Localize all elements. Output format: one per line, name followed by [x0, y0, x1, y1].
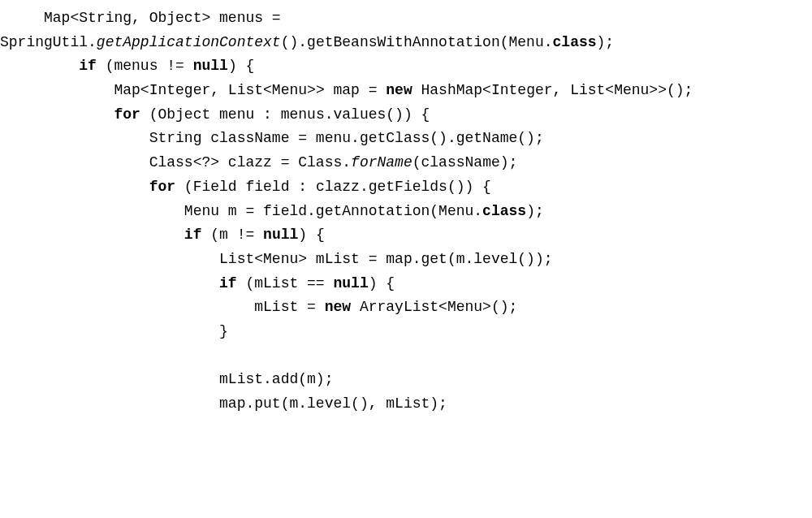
indent: [0, 299, 254, 315]
code-token: Map<String, Object> menus =: [44, 10, 281, 26]
code-line: Menu m = field.getAnnotation(Menu.class)…: [0, 200, 812, 224]
keyword-token: for: [114, 106, 140, 123]
code-token: (m !=: [201, 227, 263, 243]
code-token: List<Menu> mList = map.get(m.level());: [219, 251, 552, 267]
indent: [0, 275, 219, 291]
code-line: Class<?> clazz = Class.forName(className…: [0, 151, 812, 175]
code-token: [0, 347, 9, 364]
code-token: (Field field : clazz.getFields()) {: [175, 179, 491, 195]
indent: [0, 10, 44, 26]
indent: [0, 251, 219, 267]
indent: [0, 130, 149, 146]
code-token: String className = menu.getClass().getNa…: [149, 130, 544, 146]
keyword-token: class: [553, 34, 597, 50]
code-line: Map<Integer, List<Menu>> map = new HashM…: [0, 79, 812, 103]
code-token: Class<?> clazz = Class.: [149, 154, 351, 171]
indent: [0, 179, 149, 195]
indent: [0, 82, 114, 98]
indent: [0, 395, 219, 412]
keyword-token: new: [386, 82, 412, 98]
keyword-token: for: [149, 179, 175, 195]
code-token: (className);: [412, 154, 518, 171]
keyword-token: null: [333, 275, 368, 291]
code-token: mList =: [254, 299, 324, 315]
keyword-token: class: [482, 203, 526, 219]
code-token: );: [526, 203, 544, 219]
code-token: ) {: [369, 275, 395, 291]
keyword-token: null: [263, 227, 298, 243]
indent: [0, 154, 149, 171]
indent: [0, 203, 184, 219]
code-token: }: [219, 323, 228, 339]
code-token: mList.add(m);: [219, 371, 333, 387]
keyword-token: if: [184, 227, 202, 243]
indent: [0, 371, 219, 387]
code-token: ) {: [228, 58, 254, 74]
code-token: Map<Integer, List<Menu>> map =: [114, 82, 386, 98]
code-line: Map<String, Object> menus =: [0, 6, 812, 31]
indent: [0, 227, 184, 243]
code-token: map.put(m.level(), mList);: [219, 395, 447, 412]
code-line: map.put(m.level(), mList);: [0, 392, 812, 417]
code-block: Map<String, Object> menus =SpringUtil.ge…: [0, 6, 812, 417]
code-line: for (Field field : clazz.getFields()) {: [0, 175, 812, 200]
code-line: if (mList == null) {: [0, 272, 812, 296]
code-line: }: [0, 320, 812, 344]
code-line: if (menus != null) {: [0, 54, 812, 79]
keyword-token: if: [219, 275, 237, 291]
code-line: String className = menu.getClass().getNa…: [0, 127, 812, 151]
keyword-token: null: [193, 58, 228, 74]
indent: [0, 58, 79, 74]
code-token: SpringUtil.: [0, 34, 97, 50]
code-line: [0, 344, 812, 369]
code-token: HashMap<Integer, List<Menu>>();: [412, 82, 693, 98]
code-line: if (m != null) {: [0, 223, 812, 248]
code-token: ().getBeansWithAnnotation(Menu.: [281, 34, 553, 50]
code-line: for (Object menu : menus.values()) {: [0, 103, 812, 127]
indent: [0, 323, 219, 339]
code-line: mList = new ArrayList<Menu>();: [0, 296, 812, 320]
code-token: (menus !=: [97, 58, 193, 74]
code-line: mList.add(m);: [0, 368, 812, 392]
code-token: ) {: [298, 227, 324, 243]
code-line: List<Menu> mList = map.get(m.level());: [0, 248, 812, 272]
code-token: Menu m = field.getAnnotation(Menu.: [184, 203, 482, 219]
code-token: );: [597, 34, 615, 50]
italic-token: getApplicationContext: [97, 34, 281, 50]
keyword-token: if: [79, 58, 97, 74]
italic-token: forName: [351, 154, 412, 171]
code-token: ArrayList<Menu>();: [351, 299, 517, 315]
code-line: SpringUtil.getApplicationContext().getBe…: [0, 31, 812, 55]
keyword-token: new: [325, 299, 351, 315]
indent: [0, 106, 114, 123]
code-token: (mList ==: [237, 275, 334, 291]
code-token: (Object menu : menus.values()) {: [140, 106, 430, 123]
